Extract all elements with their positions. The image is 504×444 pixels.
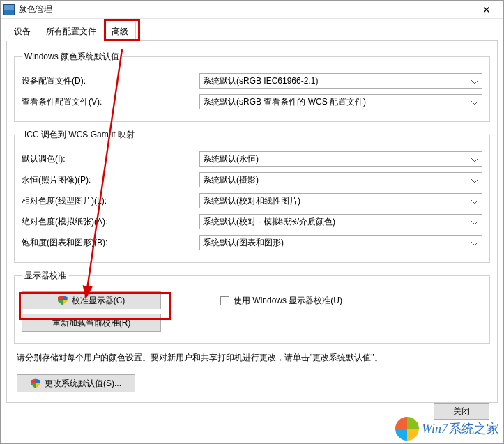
select-absolute[interactable]: 系统默认(校对 - 模拟纸张/介质颜色) <box>199 214 482 229</box>
select-relative[interactable]: 系统默认(校对和线性图片) <box>199 193 482 208</box>
use-windows-calibration-checkbox[interactable] <box>220 296 229 305</box>
windows-logo-icon <box>395 417 419 441</box>
group-windows-defaults-legend: Windows 颜色系统默认值 <box>22 51 122 63</box>
label-view-profile: 查看条件配置文件(V): <box>22 96 199 108</box>
label-device-profile: 设备配置文件(D): <box>22 75 199 87</box>
annotation-box-tab <box>104 19 140 41</box>
select-perceptual[interactable]: 系统默认(摄影) <box>199 172 482 187</box>
tab-profiles[interactable]: 所有配置文件 <box>38 22 104 41</box>
change-system-defaults-button[interactable]: 更改系统默认值(S)... <box>17 374 135 392</box>
group-icc-gamut-legend: ICC 调色到 WCS Gamut 映射 <box>22 129 137 141</box>
group-icc-gamut: ICC 调色到 WCS Gamut 映射 默认调色(I): 系统默认(永恒) 永… <box>14 129 490 263</box>
watermark: Win7 系统之家 <box>395 417 499 441</box>
app-icon <box>3 4 15 15</box>
label-perceptual: 永恒(照片图像)(P): <box>22 174 199 186</box>
note-text: 请分别存储对每个用户的颜色设置。要对新用户和共享打印机进行更改，请单击"更改系统… <box>17 351 487 365</box>
label-saturation: 饱和度(图表和图形)(B): <box>22 237 199 249</box>
use-windows-calibration-label: 使用 Windows 显示器校准(U) <box>234 295 342 307</box>
group-windows-defaults: Windows 颜色系统默认值 设备配置文件(D): 系统默认(sRGB IEC… <box>14 51 490 122</box>
annotation-box-calibrate <box>19 292 171 320</box>
label-absolute: 绝对色度(模拟纸张)(A): <box>22 216 199 228</box>
group-display-calibration: 显示器校准 校准显示器(C) 使用 Windows 显示器校准(U) <box>14 270 490 344</box>
window-close-button[interactable]: ✕ <box>473 1 501 18</box>
select-device-profile[interactable]: 系统默认(sRGB IEC61966-2.1) <box>199 73 482 89</box>
label-relative: 相对色度(线型图片)(L): <box>22 195 199 207</box>
group-display-calibration-legend: 显示器校准 <box>22 270 69 282</box>
select-default-rendering[interactable]: 系统默认(永恒) <box>199 151 482 167</box>
shield-icon <box>31 378 40 388</box>
window-title: 颜色管理 <box>19 3 473 15</box>
tab-device[interactable]: 设备 <box>6 22 38 41</box>
tab-bar: 设备 所有配置文件 高级 <box>6 22 498 41</box>
select-saturation[interactable]: 系统默认(图表和图形) <box>199 235 482 250</box>
label-default-rendering: 默认调色(I): <box>22 153 199 165</box>
select-view-profile[interactable]: 系统默认(sRGB 查看条件的 WCS 配置文件) <box>199 94 482 109</box>
